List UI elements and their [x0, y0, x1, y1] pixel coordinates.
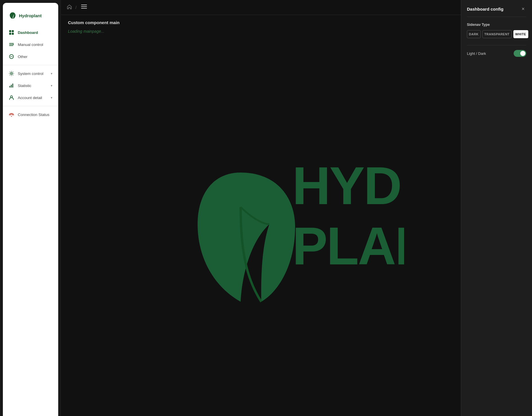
manual-control-icon	[9, 42, 14, 47]
account-detail-icon	[9, 95, 14, 100]
sidebar-item-label: Other	[18, 55, 28, 59]
sidenav-type-label: Sidenav Type	[467, 23, 526, 27]
sidebar-item-label: Connection Status	[18, 113, 49, 117]
home-icon[interactable]	[67, 4, 72, 11]
sidebar-navigation: Dashboard Manual control	[3, 26, 58, 413]
sidebar-item-account-detail[interactable]: Account detail ▾	[3, 92, 58, 104]
svg-text:PLAN: PLAN	[292, 216, 404, 276]
sidenav-buttons-group: DARK TRANSPARENT WHITE	[467, 30, 526, 38]
page-title: Custom component main	[68, 20, 525, 25]
svg-rect-2	[9, 33, 11, 35]
hydroplant-logo-icon	[9, 11, 17, 20]
nav-divider-2	[3, 106, 58, 106]
sidenav-type-section: Sidenav Type DARK TRANSPARENT WHITE	[467, 23, 526, 38]
svg-point-7	[13, 44, 14, 45]
sidebar-item-manual-control[interactable]: Manual control	[3, 38, 58, 51]
svg-rect-3	[12, 33, 14, 35]
sidebar-item-system-control[interactable]: System control ▾	[3, 67, 58, 80]
hydroplant-main-logo: HYDR PLAN	[189, 134, 404, 320]
light-dark-row: Light / Dark	[467, 50, 526, 57]
sidebar-item-dashboard[interactable]: Dashboard	[3, 26, 58, 38]
config-panel-close-button[interactable]: ×	[520, 6, 526, 12]
svg-point-17	[11, 116, 12, 117]
chevron-down-icon: ▾	[51, 96, 52, 100]
svg-rect-14	[11, 85, 12, 88]
dashboard-icon	[9, 30, 14, 35]
breadcrumb-separator: /	[75, 5, 77, 10]
sidebar-logo-text: Hydroplant	[19, 13, 42, 18]
nav-divider-1	[3, 65, 58, 65]
sidenav-transparent-button[interactable]: TRANSPARENT	[482, 30, 512, 38]
sidebar-item-connection-status[interactable]: Connection Status	[3, 109, 58, 121]
light-dark-toggle[interactable]	[514, 50, 526, 57]
sidebar: Hydroplant Dashboard	[3, 3, 58, 416]
menu-icon[interactable]	[81, 4, 87, 10]
other-icon	[9, 54, 14, 59]
svg-rect-15	[12, 84, 13, 88]
sidebar-item-statistic[interactable]: Statistic ▾	[3, 80, 58, 92]
sidenav-dark-button[interactable]: DARK	[467, 30, 481, 38]
light-dark-label: Light / Dark	[467, 51, 486, 56]
sidebar-item-other[interactable]: Other	[3, 51, 58, 63]
sidebar-item-label: Manual control	[18, 42, 43, 47]
svg-rect-1	[12, 30, 14, 32]
chevron-down-icon: ▾	[51, 72, 52, 76]
svg-point-9	[10, 56, 11, 57]
sidebar-item-label: System control	[18, 71, 43, 76]
system-control-icon	[9, 71, 14, 76]
svg-point-12	[11, 73, 12, 74]
config-panel-title: Dashboard config	[467, 7, 504, 11]
sidebar-item-label: Account detail	[18, 96, 42, 100]
sidenav-white-button[interactable]: WHITE	[513, 30, 528, 38]
config-divider	[467, 45, 526, 45]
sidebar-item-label: Statistic	[18, 84, 31, 88]
svg-rect-0	[9, 30, 11, 32]
chevron-down-icon: ▾	[51, 84, 52, 88]
svg-rect-13	[9, 86, 10, 88]
connection-status-icon	[9, 112, 14, 117]
config-panel-header: Dashboard config ×	[467, 6, 526, 17]
svg-point-10	[11, 56, 12, 57]
sidebar-item-label: Dashboard	[18, 30, 38, 35]
svg-text:HYDR: HYDR	[292, 156, 404, 215]
sidebar-logo: Hydroplant	[3, 9, 58, 26]
config-panel: Dashboard config × Sidenav Type DARK TRA…	[461, 0, 532, 416]
svg-point-11	[12, 56, 13, 57]
statistic-icon	[9, 83, 14, 88]
